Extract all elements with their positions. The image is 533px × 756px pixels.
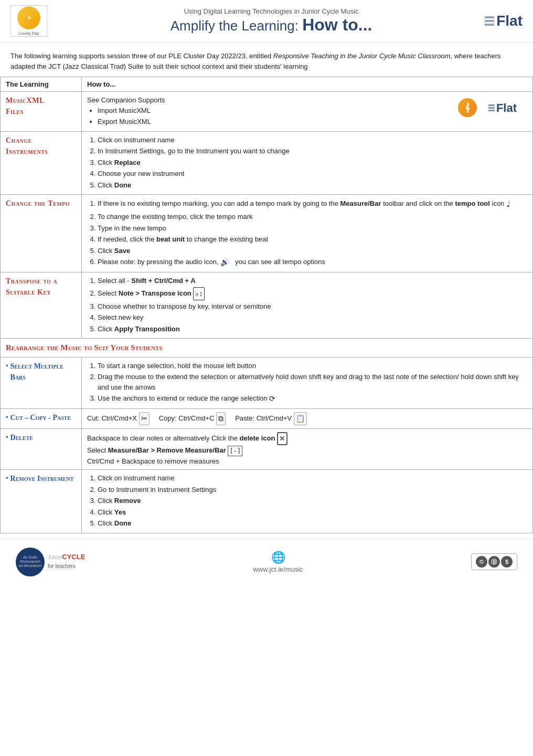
list-item: Select all - Shift + Ctrl/Cmd + A bbox=[98, 276, 527, 286]
flat-inline-stripes bbox=[488, 104, 495, 111]
flat-stripe-sm-1 bbox=[488, 104, 495, 106]
footer-url: www.jct.ie/music bbox=[253, 565, 303, 573]
measure-icon: [-] bbox=[228, 446, 242, 456]
list-item: Drag the mouse to the extend the selecti… bbox=[98, 372, 527, 392]
select-bars-label: Select Multiple Bars bbox=[10, 361, 76, 383]
header-title-prefix: Amplify the Learning: bbox=[170, 18, 302, 34]
page-header: ☀ Lovely Day Using Digital Learning Tech… bbox=[0, 0, 533, 43]
flat-stripe-sm-3 bbox=[488, 110, 495, 111]
transpose-icon: ♭↕ bbox=[193, 287, 205, 300]
list-item: Click Yes bbox=[98, 507, 527, 518]
header-title: Amplify the Learning: How to... bbox=[58, 15, 485, 35]
howto-cell-musicxml: See Companion Supports Import MusicXML E… bbox=[82, 92, 533, 132]
musicxml-label: MusicXML bbox=[6, 95, 76, 106]
list-item: Click Remove bbox=[98, 496, 527, 506]
howto-cell-instruments: Click on instrument name In Instrument S… bbox=[82, 131, 533, 195]
header-titles: Using Digital Learning Technologies in J… bbox=[58, 7, 485, 35]
paste-label: Paste: Ctrl/Cmd+V bbox=[235, 414, 292, 422]
copy-label: Copy: Ctrl/Cmd+C bbox=[159, 414, 215, 422]
list-item: Click on instrument name bbox=[98, 135, 527, 145]
table-row: Transpose to a Suitable Key Select all -… bbox=[1, 272, 533, 339]
flat-label: Flat bbox=[496, 13, 523, 29]
list-item: Click Done bbox=[98, 518, 527, 529]
table-row: • Delete Backspace to clear notes or alt… bbox=[1, 429, 533, 470]
col-header-learning: The Learning bbox=[1, 77, 82, 92]
intro-static: The following learning supports session … bbox=[10, 52, 501, 70]
howto-cell-transpose: Select all - Shift + Ctrl/Cmd + A Select… bbox=[82, 272, 533, 339]
list-item: In Instrument Settings, go to the Instru… bbox=[98, 146, 527, 156]
howto-cell-tempo: If there is no existing tempo marking, y… bbox=[82, 195, 533, 272]
learning-cell-musicxml: MusicXML Files bbox=[1, 92, 82, 132]
flat-logo-header: Flat bbox=[485, 13, 523, 29]
howto-cell-remove-instrument: Click on instrument name Go to Instrumen… bbox=[82, 470, 533, 533]
cut-icon: ✂ bbox=[139, 412, 150, 425]
list-item: Click Save bbox=[98, 246, 527, 256]
musicxml-bullets: Import MusicXML Export MusicXML bbox=[98, 106, 165, 127]
table-row: Change Instruments Click on instrument n… bbox=[1, 131, 533, 195]
list-item: If needed, click the beat unit to change… bbox=[98, 234, 527, 245]
anchor-icon: ⟳ bbox=[269, 393, 275, 404]
intro-text: The following learning supports session … bbox=[0, 43, 533, 77]
instruments-steps: Click on instrument name In Instrument S… bbox=[98, 135, 527, 191]
page-footer: An Sráth Shóisearach do Mhúinteoirí Juni… bbox=[0, 539, 533, 585]
col-header-howto: How to... bbox=[82, 77, 533, 92]
files-label: Files bbox=[6, 106, 76, 117]
list-item: Import MusicXML bbox=[98, 106, 165, 116]
see-companion: See Companion Supports bbox=[87, 95, 165, 106]
cc-icon: © bbox=[476, 556, 487, 568]
flat-stripes bbox=[485, 16, 494, 26]
instruments-label: Instruments bbox=[6, 146, 76, 157]
remove-instrument-steps: Click on instrument name Go to Instrumen… bbox=[98, 473, 527, 529]
table-row: Change the Tempo If there is no existing… bbox=[1, 195, 533, 272]
list-item: If there is no existing tempo marking, y… bbox=[98, 198, 527, 211]
list-item: Go to Instrument in Instrument Settings bbox=[98, 485, 527, 495]
delete-step-2: Select Measure/Bar > Remove Measure/Bar … bbox=[87, 445, 527, 456]
tempo-icon: ♩ bbox=[506, 198, 510, 211]
learning-cell-transpose: Transpose to a Suitable Key bbox=[1, 272, 82, 339]
junior-cycle-text: JuniorCYCLE for teachers bbox=[48, 553, 85, 571]
howto-cell-select-bars: To start a range selection, hold the mou… bbox=[82, 357, 533, 409]
learning-cell-select-bars: • Select Multiple Bars bbox=[1, 357, 82, 409]
change-tempo-label: Change the Tempo bbox=[6, 198, 76, 209]
lovely-day-logo: ☀ Lovely Day bbox=[10, 5, 47, 37]
list-item: Click on instrument name bbox=[98, 473, 527, 484]
list-item: Choose whether to transpose by key, inte… bbox=[98, 301, 527, 312]
junior-cycle-emblem: An Sráth Shóisearach do Mhúinteoirí bbox=[16, 548, 45, 576]
logo-text: Lovely Day bbox=[18, 31, 39, 36]
flat-stripe-3 bbox=[485, 24, 494, 26]
change-instruments-label: Change bbox=[6, 135, 76, 146]
cc-by-icon: Ⓑ bbox=[488, 556, 500, 568]
tempo-steps: If there is no existing tempo marking, y… bbox=[98, 198, 527, 268]
delete-step-1: Backspace to clear notes or alternativel… bbox=[87, 432, 527, 445]
rearrange-title: Rearrange the Music to Suit Your Student… bbox=[6, 343, 163, 352]
table-row: Rearrange the Music to Suit Your Student… bbox=[1, 339, 533, 358]
header-title-main: How to... bbox=[302, 15, 372, 34]
learning-cell-delete: • Delete bbox=[1, 429, 82, 470]
paste-icon: 📋 bbox=[294, 412, 307, 425]
transpose-label-1: Transpose to a bbox=[6, 276, 76, 287]
globe-icon: 🌐 bbox=[253, 551, 303, 564]
cut-label: Cut: Ctrl/Cmd+X bbox=[87, 414, 137, 422]
remove-instrument-label: Remove Instrument bbox=[10, 473, 74, 484]
delete-step-3: Ctrl/Cmd + Backspace to remove measures bbox=[87, 456, 527, 467]
musicxml-logos: 𝄞 Flat bbox=[444, 95, 527, 120]
flat-logo-inline: Flat bbox=[488, 99, 517, 117]
musescore-logo: 𝄞 bbox=[458, 98, 477, 117]
list-item: Click Done bbox=[98, 180, 527, 191]
copy-icon: ⧉ bbox=[216, 412, 226, 425]
audio-icon: 🔊 bbox=[220, 257, 229, 268]
table-row: MusicXML Files See Companion Supports Im… bbox=[1, 92, 533, 132]
rearrange-header-cell: Rearrange the Music to Suit Your Student… bbox=[1, 339, 533, 358]
list-item: Choose your new instrument bbox=[98, 169, 527, 179]
header-subtitle: Using Digital Learning Technologies in J… bbox=[58, 7, 485, 15]
list-item: To change the existing tempo, click the … bbox=[98, 212, 527, 222]
main-table: The Learning How to... MusicXML Files Se… bbox=[0, 77, 533, 533]
list-item: Click Apply Transposition bbox=[98, 324, 527, 334]
list-item: Select new key bbox=[98, 312, 527, 323]
cut-copy-paste-label: Cut – Copy - Paste bbox=[10, 412, 71, 423]
howto-cell-delete: Backspace to clear notes or alternativel… bbox=[82, 429, 533, 470]
learning-cell-remove-instrument: • Remove Instrument bbox=[1, 470, 82, 533]
learning-cell-instruments: Change Instruments bbox=[1, 131, 82, 195]
footer-center: 🌐 www.jct.ie/music bbox=[253, 551, 303, 573]
table-row: • Remove Instrument Click on instrument … bbox=[1, 470, 533, 533]
